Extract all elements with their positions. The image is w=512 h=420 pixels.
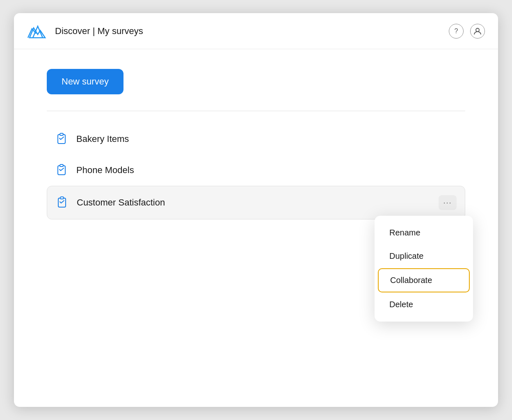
svg-rect-2 — [60, 133, 63, 135]
survey-item-phone-models[interactable]: Phone Models — [47, 155, 465, 186]
help-icon: ? — [455, 27, 458, 35]
menu-item-duplicate-label: Duplicate — [389, 251, 423, 260]
context-menu: Rename Duplicate Collaborate Delete — [375, 216, 473, 322]
survey-item-bakery-items[interactable]: Bakery Items — [47, 123, 465, 155]
survey-list: Bakery Items Phone Models Customer Sat — [47, 123, 465, 219]
survey-name-customer-satisfaction: Customer Satisfaction — [77, 197, 430, 208]
clipboard-icon — [55, 132, 68, 146]
menu-item-rename[interactable]: Rename — [378, 221, 470, 244]
menu-item-delete[interactable]: Delete — [378, 293, 470, 316]
app-window: Discover | My surveys ? New survey — [14, 13, 498, 407]
more-dots-icon: ··· — [443, 199, 452, 207]
clipboard-icon — [55, 164, 68, 177]
svg-rect-6 — [60, 197, 64, 199]
more-options-button[interactable]: ··· — [439, 195, 457, 210]
survey-name-phone-models: Phone Models — [76, 165, 457, 176]
account-icon — [473, 27, 482, 35]
menu-item-rename-label: Rename — [389, 228, 421, 237]
divider — [47, 111, 465, 111]
account-button[interactable] — [470, 24, 485, 39]
menu-item-delete-label: Delete — [389, 300, 413, 309]
header: Discover | My surveys ? — [14, 13, 498, 49]
menu-item-duplicate[interactable]: Duplicate — [378, 245, 470, 267]
menu-item-collaborate[interactable]: Collaborate — [378, 268, 470, 292]
survey-item-customer-satisfaction[interactable]: Customer Satisfaction ··· Rename Duplica… — [47, 186, 465, 219]
menu-item-collaborate-label: Collaborate — [390, 276, 432, 285]
survey-name-bakery-items: Bakery Items — [76, 134, 457, 144]
help-button[interactable]: ? — [449, 24, 464, 39]
clipboard-icon — [55, 196, 69, 209]
header-title: Discover | My surveys — [55, 26, 143, 37]
svg-rect-4 — [60, 164, 63, 167]
logo-icon — [27, 22, 48, 40]
main-content: New survey Bakery Items Phone Mod — [14, 49, 498, 239]
svg-point-0 — [476, 28, 479, 32]
new-survey-button[interactable]: New survey — [47, 69, 123, 94]
header-left: Discover | My surveys — [27, 22, 143, 40]
header-right: ? — [449, 24, 485, 39]
